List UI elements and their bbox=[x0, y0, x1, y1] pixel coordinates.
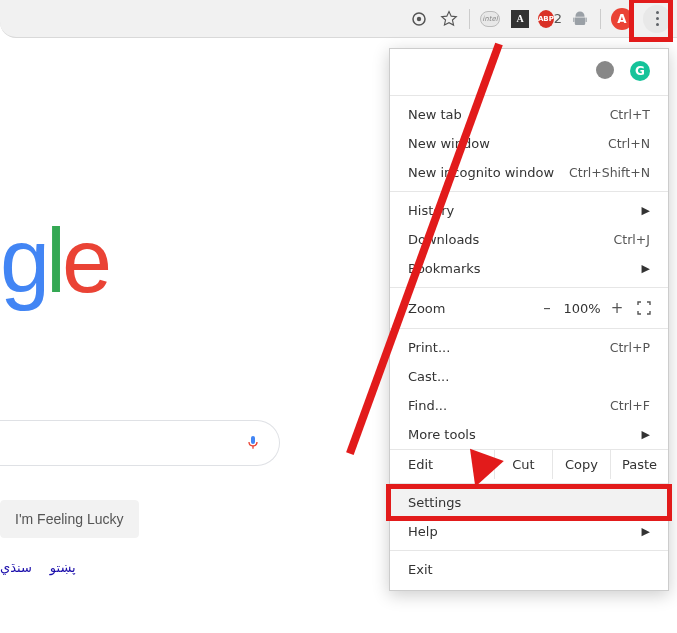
search-input[interactable] bbox=[0, 420, 280, 466]
menu-shortcut: Ctrl+P bbox=[610, 340, 650, 355]
menu-label: Bookmarks bbox=[408, 261, 481, 276]
edit-cut-button[interactable]: Cut bbox=[494, 450, 552, 479]
menu-label: Settings bbox=[408, 495, 461, 510]
extension-globe-icon[interactable] bbox=[596, 61, 614, 79]
menu-item-cast[interactable]: Cast... bbox=[390, 362, 668, 391]
menu-item-find[interactable]: Find... Ctrl+F bbox=[390, 391, 668, 420]
menu-label: Find... bbox=[408, 398, 447, 413]
edit-paste-button[interactable]: Paste bbox=[610, 450, 668, 479]
svg-rect-2 bbox=[573, 17, 574, 22]
menu-shortcut: Ctrl+Shift+N bbox=[569, 165, 650, 180]
menu-item-edit: Edit Cut Copy Paste bbox=[390, 449, 668, 479]
menu-label: Exit bbox=[408, 562, 433, 577]
menu-label: New incognito window bbox=[408, 165, 554, 180]
menu-label: New tab bbox=[408, 107, 462, 122]
extension-adobe-icon[interactable]: A bbox=[510, 9, 530, 29]
zoom-out-button[interactable]: – bbox=[534, 299, 560, 317]
menu-label: Cast... bbox=[408, 369, 449, 384]
menu-shortcut: Ctrl+T bbox=[610, 107, 650, 122]
zoom-value: 100% bbox=[560, 301, 604, 316]
menu-item-incognito[interactable]: New incognito window Ctrl+Shift+N bbox=[390, 158, 668, 187]
feeling-lucky-button[interactable]: I'm Feeling Lucky bbox=[0, 500, 139, 538]
menu-shortcut: Ctrl+F bbox=[610, 398, 650, 413]
menu-item-history[interactable]: History ▶ bbox=[390, 196, 668, 225]
extension-android-icon[interactable] bbox=[570, 9, 590, 29]
browser-toolbar: intel A ABP 2 A bbox=[0, 0, 677, 38]
extension-grammarly-icon[interactable]: G bbox=[630, 61, 650, 81]
menu-item-new-tab[interactable]: New tab Ctrl+T bbox=[390, 100, 668, 129]
toolbar-separator bbox=[600, 9, 601, 29]
menu-item-settings[interactable]: Settings bbox=[390, 488, 668, 517]
menu-label: Edit bbox=[390, 450, 494, 479]
menu-item-downloads[interactable]: Downloads Ctrl+J bbox=[390, 225, 668, 254]
svg-rect-3 bbox=[586, 17, 587, 22]
bookmark-star-icon[interactable] bbox=[439, 9, 459, 29]
google-logo-fragment: gle bbox=[0, 210, 108, 313]
language-links: پښتو سنڌي bbox=[0, 560, 76, 575]
menu-label: Zoom bbox=[408, 301, 534, 316]
voice-search-icon[interactable] bbox=[245, 434, 261, 453]
fullscreen-icon[interactable] bbox=[630, 301, 658, 315]
menu-label: Downloads bbox=[408, 232, 479, 247]
menu-label: More tools bbox=[408, 427, 476, 442]
submenu-arrow-icon: ▶ bbox=[642, 428, 650, 441]
submenu-arrow-icon: ▶ bbox=[642, 262, 650, 275]
menu-shortcut: Ctrl+N bbox=[608, 136, 650, 151]
submenu-arrow-icon: ▶ bbox=[642, 204, 650, 217]
language-link[interactable]: سنڌي bbox=[0, 560, 32, 575]
menu-label: History bbox=[408, 203, 454, 218]
annotation-highlight-box bbox=[629, 0, 673, 42]
language-link[interactable]: پښتو bbox=[50, 560, 76, 575]
chrome-overflow-menu: G New tab Ctrl+T New window Ctrl+N New i… bbox=[389, 48, 669, 591]
page-info-icon[interactable] bbox=[409, 9, 429, 29]
svg-point-1 bbox=[417, 16, 421, 20]
menu-item-zoom: Zoom – 100% + bbox=[390, 292, 668, 324]
submenu-arrow-icon: ▶ bbox=[642, 525, 650, 538]
menu-item-more-tools[interactable]: More tools ▶ bbox=[390, 420, 668, 449]
extension-abp-icon[interactable]: ABP 2 bbox=[540, 9, 560, 29]
toolbar-separator bbox=[469, 9, 470, 29]
zoom-in-button[interactable]: + bbox=[604, 299, 630, 317]
menu-label: New window bbox=[408, 136, 490, 151]
extension-intel-icon[interactable]: intel bbox=[480, 9, 500, 29]
menu-item-bookmarks[interactable]: Bookmarks ▶ bbox=[390, 254, 668, 283]
menu-label: Help bbox=[408, 524, 438, 539]
menu-shortcut: Ctrl+J bbox=[614, 232, 650, 247]
menu-label: Print... bbox=[408, 340, 450, 355]
menu-item-new-window[interactable]: New window Ctrl+N bbox=[390, 129, 668, 158]
menu-extension-row: G bbox=[390, 55, 668, 91]
edit-copy-button[interactable]: Copy bbox=[552, 450, 610, 479]
menu-item-exit[interactable]: Exit bbox=[390, 555, 668, 584]
menu-item-print[interactable]: Print... Ctrl+P bbox=[390, 333, 668, 362]
menu-item-help[interactable]: Help ▶ bbox=[390, 517, 668, 546]
abp-badge-count: 2 bbox=[554, 11, 562, 26]
